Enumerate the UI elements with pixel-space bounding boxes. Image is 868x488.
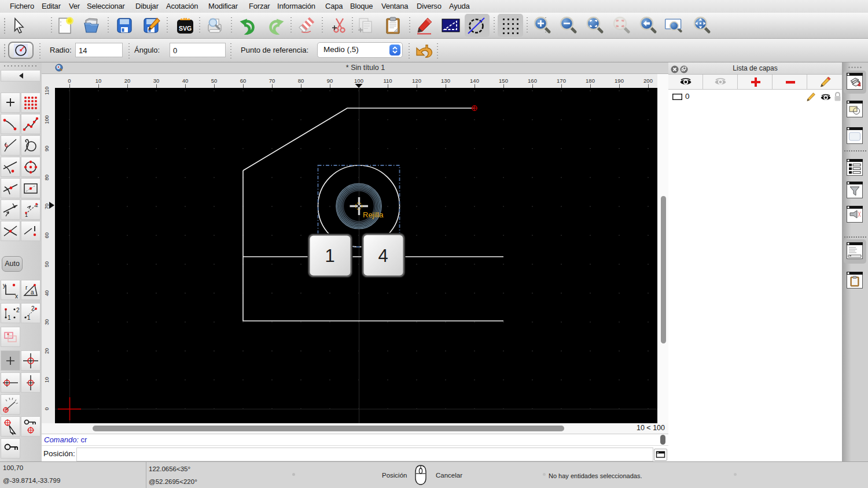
- svg-text:0: 0: [44, 407, 50, 410]
- svg-text:2: 2: [16, 307, 20, 313]
- svg-text:140: 140: [470, 77, 479, 84]
- svg-text:60: 60: [240, 77, 247, 84]
- svg-text:20: 20: [124, 77, 131, 84]
- svg-text:1: 1: [8, 315, 11, 321]
- svg-text:70: 70: [44, 204, 50, 209]
- svg-text:20: 20: [44, 348, 50, 354]
- svg-text:y: y: [3, 282, 6, 289]
- svg-text:160: 160: [528, 77, 537, 84]
- svg-text:r: r: [25, 284, 28, 291]
- svg-text:40: 40: [182, 77, 189, 84]
- svg-text:30: 30: [44, 319, 50, 325]
- svg-text:1: 1: [325, 246, 334, 266]
- svg-text:0: 0: [68, 77, 71, 84]
- svg-text:a: a: [31, 289, 34, 295]
- svg-text:SVG: SVG: [179, 25, 192, 32]
- svg-text:120: 120: [412, 77, 421, 84]
- svg-text:90: 90: [327, 77, 333, 84]
- svg-text:Rejilla: Rejilla: [363, 210, 384, 219]
- svg-text:130: 130: [441, 77, 450, 84]
- svg-text:2: 2: [31, 305, 35, 312]
- svg-text:170: 170: [557, 77, 566, 84]
- svg-text:110: 110: [383, 77, 392, 84]
- svg-text:110: 110: [44, 87, 50, 95]
- svg-text:70: 70: [269, 77, 275, 84]
- svg-text:150: 150: [499, 77, 508, 84]
- svg-text:10: 10: [95, 77, 102, 84]
- svg-text:40: 40: [44, 290, 50, 296]
- svg-text:30: 30: [153, 77, 160, 84]
- svg-text:50: 50: [44, 261, 50, 267]
- svg-text:60: 60: [44, 232, 50, 238]
- svg-text:80: 80: [298, 77, 304, 84]
- svg-text:100: 100: [354, 77, 363, 84]
- svg-text:90: 90: [44, 146, 50, 151]
- svg-text:180: 180: [586, 77, 595, 84]
- svg-text:4: 4: [378, 246, 388, 266]
- svg-text:100: 100: [44, 115, 50, 124]
- svg-text:190: 190: [615, 77, 624, 84]
- svg-text:x: x: [15, 293, 18, 300]
- svg-text:200: 200: [643, 77, 653, 84]
- svg-text:10: 10: [44, 377, 50, 383]
- svg-text:50: 50: [211, 77, 218, 84]
- svg-text:80: 80: [44, 175, 50, 180]
